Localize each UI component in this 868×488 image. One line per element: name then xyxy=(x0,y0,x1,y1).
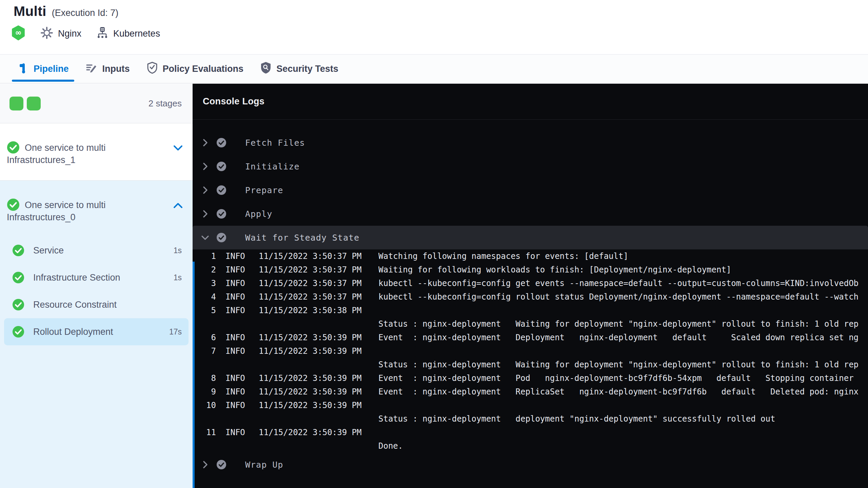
log-line: 1 INFO 11/15/2022 3:50:37 PM Watching fo… xyxy=(193,249,868,263)
stage-label: One service to multi Infrastructures_1 xyxy=(7,143,106,165)
selected-section-accent xyxy=(193,262,195,488)
success-check-icon xyxy=(12,299,24,311)
chevron-right-icon[interactable] xyxy=(200,161,210,171)
success-check-icon xyxy=(12,326,24,338)
chevron-right-icon[interactable] xyxy=(200,185,210,195)
shield-search-icon xyxy=(260,62,271,76)
title-row: Multi (Execution Id: 7) xyxy=(14,3,118,19)
log-level: INFO xyxy=(225,371,248,385)
log-message: kubectl --kubeconfig=config get events -… xyxy=(378,277,868,290)
console-step-fetch-files[interactable]: Fetch Files xyxy=(193,131,868,155)
stage-status-square[interactable] xyxy=(9,97,23,110)
log-line-number: 10 xyxy=(200,399,216,412)
log-level: INFO xyxy=(225,399,248,412)
log-timestamp: 11/15/2022 3:50:37 PM xyxy=(259,249,378,263)
log-line: 4 INFO 11/15/2022 3:50:37 PM kubectl --k… xyxy=(193,290,868,304)
log-timestamp xyxy=(259,412,378,426)
log-line: 10 INFO 11/15/2022 3:50:39 PM xyxy=(193,399,868,412)
harness-cd-icon: ∞ xyxy=(11,25,25,42)
chevron-up-icon[interactable] xyxy=(173,202,183,209)
log-line: 6 INFO 11/15/2022 3:50:39 PM Event : ngi… xyxy=(193,331,868,344)
step-item-service[interactable]: Service 1s xyxy=(4,237,189,264)
log-level: INFO xyxy=(225,249,248,263)
stage-label-row: One service to multi Infrastructures_0 xyxy=(7,198,145,223)
stage-summary: 2 stages xyxy=(0,84,193,123)
chevron-right-icon[interactable] xyxy=(200,209,210,219)
chevron-right-icon[interactable] xyxy=(200,138,210,148)
log-level: INFO xyxy=(225,304,248,317)
log-message: Watching following namespaces for events… xyxy=(378,249,868,263)
stage-item-infrastructures-0[interactable]: One service to multi Infrastructures_0 xyxy=(0,181,193,237)
chevron-right-icon[interactable] xyxy=(200,460,210,470)
stage-item-infrastructures-1[interactable]: One service to multi Infrastructures_1 xyxy=(0,123,193,181)
stage-sidebar: 2 stages One service to multi Infrastruc… xyxy=(0,84,193,488)
stage-count: 2 stages xyxy=(149,98,182,109)
log-line-number: 4 xyxy=(200,290,216,304)
step-item-infrastructure-section[interactable]: Infrastructure Section 1s xyxy=(4,264,189,291)
log-timestamp: 11/15/2022 3:50:39 PM xyxy=(259,426,378,439)
log-message: Event : nginx-deployment Deployment ngin… xyxy=(378,331,868,344)
log-line: 11 INFO 11/15/2022 3:50:39 PM xyxy=(193,426,868,439)
tab-security-tests[interactable]: Security Tests xyxy=(260,55,338,83)
log-message: Status : nginx-deployment deployment "ng… xyxy=(378,412,868,426)
log-level: INFO xyxy=(225,290,248,304)
success-check-icon xyxy=(12,244,24,257)
app-header: Multi (Execution Id: 7) ∞ Nginx xyxy=(0,0,868,54)
console-step-label: Prepare xyxy=(245,185,283,195)
console-step-label: Fetch Files xyxy=(245,138,305,148)
chevron-down-icon[interactable] xyxy=(173,144,183,152)
tab-inputs[interactable]: Inputs xyxy=(86,55,130,83)
log-timestamp: 11/15/2022 3:50:38 PM xyxy=(259,304,378,317)
log-message: Waiting for following workloads to finis… xyxy=(378,263,868,277)
log-line: Done. xyxy=(193,439,868,453)
console-step-wrap-up[interactable]: Wrap Up xyxy=(193,453,868,476)
inputs-icon xyxy=(86,62,97,76)
log-line: 9 INFO 11/15/2022 3:50:39 PM Event : ngi… xyxy=(193,385,868,399)
log-line-number: 7 xyxy=(200,344,216,358)
step-list: Service 1s Infrastructure Section 1s Res… xyxy=(0,237,193,345)
infrastructure-icon xyxy=(96,26,108,41)
log-timestamp: 11/15/2022 3:50:39 PM xyxy=(259,344,378,358)
log-timestamp: 11/15/2022 3:50:39 PM xyxy=(259,371,378,385)
step-item-resource-constraint[interactable]: Resource Constraint xyxy=(4,291,189,318)
log-line: Status : nginx-deployment Waiting for de… xyxy=(193,317,868,331)
console-step-prepare[interactable]: Prepare xyxy=(193,178,868,202)
log-message: Done. xyxy=(378,439,868,453)
log-line: Status : nginx-deployment Waiting for de… xyxy=(193,358,868,371)
console-step-initialize[interactable]: Initialize xyxy=(193,155,868,178)
log-line: 5 INFO 11/15/2022 3:50:38 PM xyxy=(193,304,868,317)
console-step-wait-for-steady-state[interactable]: Wait for Steady State xyxy=(193,226,868,249)
tab-label: Policy Evaluations xyxy=(163,64,244,74)
log-line-number: 11 xyxy=(200,426,216,439)
log-level: INFO xyxy=(225,277,248,290)
log-timestamp: 11/15/2022 3:50:37 PM xyxy=(259,277,378,290)
console-step-label: Apply xyxy=(245,209,272,219)
tab-label: Inputs xyxy=(102,64,130,74)
tab-pipeline[interactable]: Pipeline xyxy=(18,55,69,83)
log-line-number: 3 xyxy=(200,277,216,290)
log-level xyxy=(225,439,248,453)
log-message: Event : nginx-deployment Pod nginx-deplo… xyxy=(378,371,868,385)
chevron-down-icon[interactable] xyxy=(200,232,210,243)
step-label: Infrastructure Section xyxy=(33,272,174,283)
log-line-number: 5 xyxy=(200,304,216,317)
stage-status-square[interactable] xyxy=(27,97,41,110)
shield-check-icon xyxy=(147,62,158,76)
log-line-number xyxy=(200,358,216,371)
log-timestamp: 11/15/2022 3:50:39 PM xyxy=(259,385,378,399)
step-duration: 1s xyxy=(174,273,182,282)
services-row: ∞ Nginx xyxy=(11,26,160,41)
log-line: 8 INFO 11/15/2022 3:50:39 PM Event : ngi… xyxy=(193,371,868,385)
log-line-number xyxy=(200,317,216,331)
tab-policy-evaluations[interactable]: Policy Evaluations xyxy=(147,55,244,83)
console-step-list: Fetch Files Initialize Prepare xyxy=(193,120,868,476)
log-timestamp xyxy=(259,358,378,371)
step-item-rollout-deployment[interactable]: Rollout Deployment 17s xyxy=(4,318,189,345)
console-step-apply[interactable]: Apply xyxy=(193,202,868,226)
tab-label: Pipeline xyxy=(34,64,69,74)
success-check-icon xyxy=(216,460,226,470)
log-level: INFO xyxy=(225,385,248,399)
success-check-icon xyxy=(7,141,20,154)
step-duration: 17s xyxy=(169,327,182,337)
console-step-label: Wait for Steady State xyxy=(245,233,359,243)
